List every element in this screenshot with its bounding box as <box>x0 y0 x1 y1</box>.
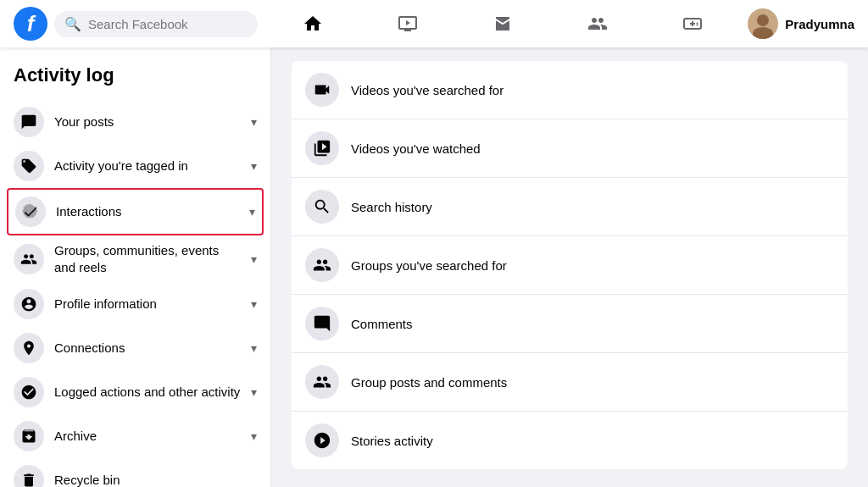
videos-watched-item[interactable]: Videos you've watched <box>292 119 848 178</box>
activity-tagged-label: Activity you're tagged in <box>54 158 241 174</box>
videos-watched-icon <box>305 131 339 165</box>
activity-tagged-chevron: ▾ <box>251 159 257 173</box>
user-name: Pradyumna <box>785 17 854 31</box>
your-posts-chevron: ▾ <box>251 115 257 129</box>
groups-communities-icon <box>14 244 44 274</box>
search-icon: 🔍 <box>64 16 81 32</box>
sidebar-item-logged-actions[interactable]: Logged actions and other activity ▾ <box>7 370 264 414</box>
stories-activity-icon <box>305 423 339 457</box>
sidebar-item-archive[interactable]: Archive ▾ <box>7 414 264 458</box>
top-navigation: f 🔍 Pradyumna <box>0 0 868 47</box>
search-history-icon <box>305 190 339 224</box>
sidebar-item-groups-communities[interactable]: Groups, communities, events and reels ▾ <box>7 235 264 282</box>
profile-info-chevron: ▾ <box>251 297 257 311</box>
comments-icon <box>305 307 339 340</box>
nav-right: Pradyumna <box>748 8 854 39</box>
connections-chevron: ▾ <box>251 341 257 355</box>
groups-communities-chevron: ▾ <box>251 252 257 266</box>
logged-actions-label: Logged actions and other activity <box>54 384 241 401</box>
groups-searched-item[interactable]: Groups you've searched for <box>292 236 848 295</box>
sidebar-item-interactions[interactable]: Interactions ▾ <box>7 188 264 235</box>
home-nav-button[interactable] <box>265 3 360 44</box>
nav-icons <box>258 3 748 44</box>
archive-icon <box>14 421 44 451</box>
interactions-chevron: ▾ <box>249 205 255 219</box>
your-posts-icon <box>14 107 44 137</box>
facebook-logo: f <box>14 7 47 41</box>
svg-point-6 <box>757 14 769 26</box>
sidebar-title: Activity log <box>7 61 264 100</box>
sidebar-item-activity-tagged[interactable]: Activity you're tagged in ▾ <box>7 144 264 188</box>
content-card: Videos you've searched for Videos you've… <box>292 61 848 469</box>
avatar <box>748 8 778 39</box>
videos-searched-icon <box>305 73 339 107</box>
sidebar-item-your-posts[interactable]: Your posts ▾ <box>7 100 264 144</box>
group-posts-icon <box>305 365 339 399</box>
your-posts-label: Your posts <box>54 113 241 130</box>
recycle-bin-label: Recycle bin <box>54 472 257 487</box>
comments-label: Comments <box>351 317 413 331</box>
interactions-label: Interactions <box>56 203 239 220</box>
svg-point-3 <box>697 23 698 25</box>
user-profile-button[interactable]: Pradyumna <box>748 8 854 39</box>
sidebar-item-connections[interactable]: Connections ▾ <box>7 326 264 370</box>
sidebar-item-profile-information[interactable]: Profile information ▾ <box>7 282 264 326</box>
stories-activity-label: Stories activity <box>351 434 433 448</box>
group-posts-comments-item[interactable]: Group posts and comments <box>292 353 848 412</box>
activity-tagged-icon <box>14 151 44 181</box>
search-history-label: Search history <box>351 200 432 214</box>
logged-actions-chevron: ▾ <box>251 385 257 399</box>
videos-watched-label: Videos you've watched <box>351 141 481 156</box>
logged-actions-icon <box>14 377 44 407</box>
connections-icon <box>14 333 44 363</box>
groups-searched-label: Groups you've searched for <box>351 258 507 273</box>
archive-chevron: ▾ <box>251 429 257 443</box>
search-input[interactable] <box>88 17 248 31</box>
comments-item[interactable]: Comments <box>292 295 848 353</box>
svg-point-4 <box>697 25 698 26</box>
interactions-icon <box>15 196 46 227</box>
search-history-item[interactable]: Search history <box>292 178 848 236</box>
profile-info-label: Profile information <box>54 296 241 313</box>
search-bar[interactable]: 🔍 <box>54 11 258 37</box>
content-area: Videos you've searched for Videos you've… <box>271 47 868 487</box>
sidebar-item-recycle-bin[interactable]: Recycle bin <box>7 458 264 487</box>
sidebar: Activity log Your posts ▾ Activity you'r… <box>0 47 271 487</box>
video-nav-button[interactable] <box>360 3 455 44</box>
archive-label: Archive <box>54 428 241 445</box>
connections-label: Connections <box>54 340 241 357</box>
group-posts-label: Group posts and comments <box>351 375 507 390</box>
videos-searched-item[interactable]: Videos you've searched for <box>292 61 848 119</box>
gaming-nav-button[interactable] <box>645 3 740 44</box>
groups-searched-icon <box>305 248 339 282</box>
videos-searched-label: Videos you've searched for <box>351 83 504 97</box>
main-layout: Activity log Your posts ▾ Activity you'r… <box>0 47 868 487</box>
profile-info-icon <box>14 289 44 319</box>
groups-communities-label: Groups, communities, events and reels <box>54 242 241 275</box>
stories-activity-item[interactable]: Stories activity <box>292 412 848 469</box>
marketplace-nav-button[interactable] <box>455 3 550 44</box>
recycle-bin-icon <box>14 465 44 487</box>
groups-nav-button[interactable] <box>550 3 645 44</box>
